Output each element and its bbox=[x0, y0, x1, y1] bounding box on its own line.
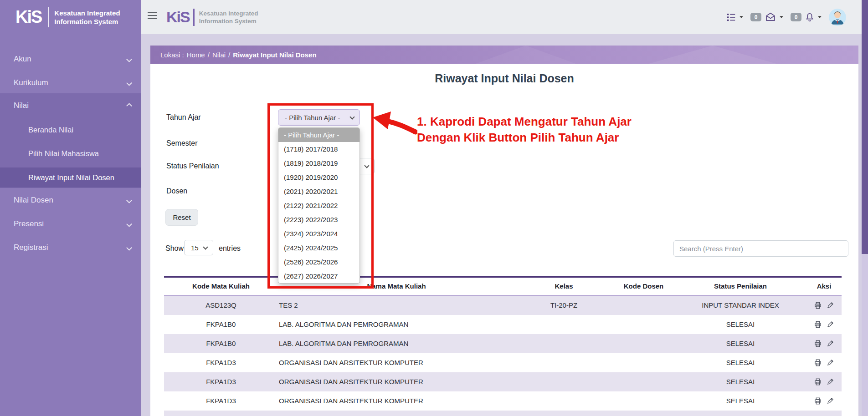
cell-kelas bbox=[515, 391, 613, 411]
sidebar-item-pilih-nilai-mahasiswa[interactable]: Pilih Nilai Mahasiswa bbox=[0, 144, 141, 162]
dropdown-option[interactable]: (2627) 2026/2027 bbox=[278, 269, 360, 283]
caret-down-icon bbox=[740, 16, 743, 18]
dropdown-option[interactable]: (2324) 2023/2024 bbox=[278, 227, 360, 241]
edit-button[interactable] bbox=[827, 397, 834, 405]
print-button[interactable] bbox=[814, 301, 822, 309]
cell-status: SELESAI bbox=[674, 334, 806, 353]
dropdown-option[interactable]: (2223) 2022/2023 bbox=[278, 213, 360, 227]
edit-button[interactable] bbox=[827, 340, 834, 347]
cell-kode-dosen bbox=[613, 334, 674, 353]
chevron-down-icon bbox=[126, 221, 132, 227]
print-button[interactable] bbox=[814, 320, 822, 329]
cell-kelas: TI-20-PZ bbox=[515, 295, 613, 315]
sidebar-item-presensi[interactable]: Presensi bbox=[0, 215, 141, 233]
sidebar-item-nilai[interactable]: Nilai bbox=[0, 96, 141, 115]
search-input[interactable] bbox=[673, 240, 848, 257]
cell-kelas bbox=[515, 372, 613, 391]
notification-menu[interactable]: 0 bbox=[791, 12, 822, 22]
sidebar-item-kurikulum[interactable]: Kurikulum bbox=[0, 74, 141, 92]
printer-icon bbox=[814, 320, 822, 329]
topbar-logo: KiS Kesatuan Integrated Information Syst… bbox=[166, 0, 258, 34]
table-row: FKPA1D3 ORGANISASI DAN ARSITEKTUR KOMPUT… bbox=[164, 391, 842, 411]
annotation-line2: Dengan Klik Button Pilih Tahun Ajar bbox=[417, 130, 632, 146]
page-size-value: 15 bbox=[191, 244, 199, 252]
breadcrumb-link-home[interactable]: Home bbox=[187, 51, 205, 59]
sidebar-item-label: Presensi bbox=[14, 219, 44, 228]
column-header-kelas[interactable]: Kelas bbox=[515, 277, 613, 295]
content-card: Lokasi : Home / Nilai / Riwayat Input Ni… bbox=[150, 46, 858, 416]
edit-button[interactable] bbox=[827, 378, 834, 386]
entries-label: entries bbox=[219, 244, 241, 253]
print-button[interactable] bbox=[814, 378, 822, 386]
reset-button[interactable]: Reset bbox=[165, 209, 198, 226]
dropdown-option[interactable]: (2122) 2021/2022 bbox=[278, 198, 360, 213]
breadcrumb-link-nilai[interactable]: Nilai bbox=[212, 51, 226, 59]
page-size-select[interactable]: 15 bbox=[184, 240, 213, 255]
table-row: FKPA1D3 ORGANISASI DAN ARSITEKTUR KOMPUT… bbox=[164, 372, 842, 391]
print-button[interactable] bbox=[814, 340, 822, 348]
breadcrumb-separator: / bbox=[208, 51, 210, 59]
task-list-icon bbox=[726, 12, 736, 22]
envelope-icon bbox=[765, 12, 776, 22]
logo-divider bbox=[193, 9, 195, 26]
column-header-kode-dosen[interactable]: Kode Dosen bbox=[613, 277, 674, 295]
tahun-ajar-select[interactable]: - Pilih Tahun Ajar - bbox=[278, 109, 360, 126]
dropdown-option[interactable]: (2021) 2020/2021 bbox=[278, 184, 360, 198]
pencil-icon bbox=[827, 378, 834, 386]
brand-title: Kesatuan Integrated Information System bbox=[199, 10, 258, 25]
column-header-kode-mata-kuliah[interactable]: Kode Mata Kuliah bbox=[164, 277, 278, 295]
dropdown-option[interactable]: (1920) 2019/2020 bbox=[278, 170, 360, 184]
printer-icon bbox=[814, 340, 822, 348]
sidebar-item-label: Nilai Dosen bbox=[14, 196, 53, 205]
chevron-down-icon bbox=[203, 244, 208, 249]
cell-kode: FKPA1B0 bbox=[164, 334, 278, 353]
app-root: KiS Kesatuan Integrated Information Syst… bbox=[0, 0, 868, 416]
hamburger-menu-icon[interactable] bbox=[148, 12, 158, 19]
brand-title-line1: Kesatuan Integrated bbox=[54, 9, 120, 17]
brand-title-line2: Information System bbox=[54, 18, 118, 25]
brand-title: Kesatuan Integrated Information System bbox=[54, 9, 120, 26]
sidebar-item-akun[interactable]: Akun bbox=[0, 50, 141, 68]
mail-menu[interactable]: 0 bbox=[750, 12, 783, 22]
chevron-down-icon bbox=[126, 245, 132, 251]
sidebar-item-registrasi[interactable]: Registrasi bbox=[0, 238, 141, 257]
print-button[interactable] bbox=[814, 397, 822, 405]
topbar-actions: 0 0 bbox=[726, 0, 846, 34]
mail-count-badge: 0 bbox=[750, 13, 761, 21]
edit-button[interactable] bbox=[827, 301, 834, 309]
edit-button[interactable] bbox=[827, 320, 834, 328]
notification-count-badge: 0 bbox=[791, 13, 801, 21]
pencil-icon bbox=[827, 320, 834, 328]
brand-title-line2: Information System bbox=[199, 18, 257, 25]
edit-button[interactable] bbox=[827, 359, 834, 366]
print-button[interactable] bbox=[814, 359, 822, 367]
cell-status: SELESAI bbox=[674, 372, 806, 391]
sidebar-logo: KiS Kesatuan Integrated Information Syst… bbox=[0, 0, 141, 34]
cell-nama: TES 2 bbox=[278, 295, 515, 315]
sidebar-item-beranda-nilai[interactable]: Beranda Nilai bbox=[0, 121, 141, 139]
table-row: ASD123Q TES 2 TI-20-PZ INPUT STANDAR IND… bbox=[164, 295, 842, 315]
dropdown-option[interactable]: (2526) 2025/2026 bbox=[278, 255, 360, 269]
printer-icon bbox=[814, 359, 822, 367]
task-list-menu[interactable] bbox=[726, 12, 743, 22]
sidebar-item-label: Kurikulum bbox=[14, 78, 48, 87]
page-scrollbar[interactable] bbox=[862, 0, 868, 416]
table-row-partial bbox=[164, 411, 842, 416]
column-header-aksi: Aksi bbox=[806, 277, 842, 295]
caret-down-icon bbox=[818, 16, 822, 18]
cell-nama: LAB. ALGORITMA DAN PEMROGRAMAN bbox=[278, 315, 515, 334]
sidebar-item-riwayat-input-nilai-dosen[interactable]: Riwayat Input Nilai Dosen bbox=[0, 167, 141, 188]
dropdown-option[interactable]: (2425) 2024/2025 bbox=[278, 241, 360, 255]
cell-kode: FKPA1B0 bbox=[164, 315, 278, 334]
sidebar-item-nilai-dosen[interactable]: Nilai Dosen bbox=[0, 191, 141, 209]
table-header-row: Kode Mata Kuliah Nama Mata Kuliah Kelas … bbox=[164, 277, 842, 295]
cell-kode-dosen bbox=[613, 391, 674, 411]
bell-icon bbox=[805, 12, 815, 22]
scrollbar-thumb[interactable] bbox=[862, 0, 868, 254]
user-avatar[interactable] bbox=[829, 9, 846, 26]
column-header-status-penilaian[interactable]: Status Penilaian bbox=[674, 277, 806, 295]
brand-logo: KiS bbox=[15, 7, 41, 27]
dropdown-option[interactable]: (1819) 2018/2019 bbox=[278, 156, 360, 170]
dropdown-option[interactable]: (1718) 2017/2018 bbox=[278, 142, 360, 156]
dropdown-option[interactable]: - Pilih Tahun Ajar - bbox=[278, 128, 360, 142]
